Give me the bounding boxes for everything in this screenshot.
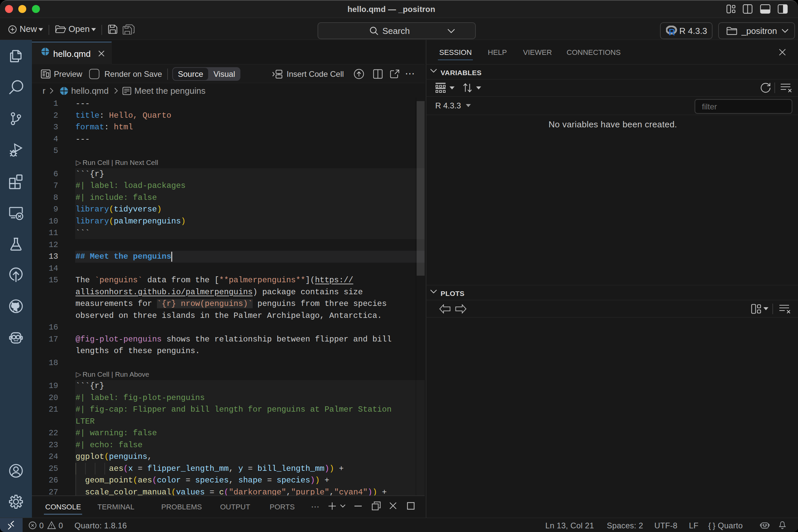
svg-text:R: R — [669, 27, 675, 36]
